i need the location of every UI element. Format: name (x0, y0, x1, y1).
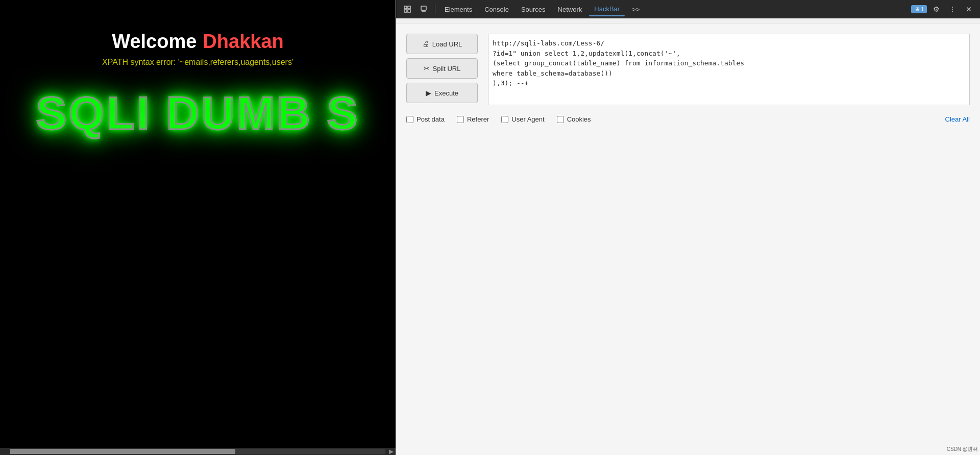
tab-network[interactable]: Network (553, 2, 587, 16)
referer-label: Referer (467, 115, 489, 123)
hackbar-top: 🖨 Load URL ✂ Split URL ▶ Execute (406, 34, 970, 105)
sqli-banner: SQLI DUMB S (36, 87, 359, 140)
username-text: Dhakkan (203, 31, 283, 53)
url-input[interactable] (488, 34, 970, 105)
referer-checkbox[interactable] (457, 116, 464, 123)
tab-elements[interactable]: Elements (439, 2, 477, 16)
scrollbar-track (10, 449, 385, 454)
execute-label: Execute (434, 89, 458, 97)
close-devtools-btn[interactable]: ✕ (962, 2, 976, 16)
cookies-label: Cookies (567, 115, 591, 123)
cookies-checkbox[interactable] (557, 116, 564, 123)
browser-page: Welcome Dhakkan XPATH syntax error: '~em… (0, 0, 396, 455)
post-data-checkbox-item[interactable]: Post data (406, 115, 445, 123)
xpath-error: XPATH syntax error: '~emails,referers,ua… (102, 58, 293, 67)
svg-rect-0 (404, 6, 407, 9)
cookies-checkbox-item[interactable]: Cookies (557, 115, 591, 123)
devtools-toolbar: Elements Console Sources Network HackBar… (396, 0, 980, 18)
user-agent-label: User Agent (511, 115, 544, 123)
tab-hackbar[interactable]: HackBar (589, 2, 625, 16)
svg-rect-3 (408, 10, 410, 12)
split-url-icon: ✂ (424, 64, 430, 73)
referer-checkbox-item[interactable]: Referer (457, 115, 489, 123)
screen-icon: 🖥 (914, 6, 920, 12)
execute-button[interactable]: ▶ Execute (406, 83, 478, 103)
svg-rect-2 (404, 10, 407, 12)
hackbar-buttons: 🖨 Load URL ✂ Split URL ▶ Execute (406, 34, 478, 103)
cursor-icon-btn[interactable] (400, 2, 414, 16)
devtools-stripe (396, 18, 980, 23)
hackbar-checkboxes: Post data Referer User Agent Cookies Cle… (406, 113, 970, 125)
more-tabs-btn[interactable]: >> (627, 2, 645, 16)
tab-console[interactable]: Console (479, 2, 514, 16)
notification-badge-btn[interactable]: 🖥 1 (911, 5, 927, 13)
toolbar-separator-1 (435, 4, 435, 14)
post-data-checkbox[interactable] (406, 116, 413, 123)
page-content: Welcome Dhakkan XPATH syntax error: '~em… (0, 0, 396, 455)
tab-sources[interactable]: Sources (516, 2, 551, 16)
user-agent-checkbox-item[interactable]: User Agent (501, 115, 544, 123)
inspect-mode-btn[interactable] (416, 2, 431, 16)
csdn-watermark: CSDN @进林 (947, 446, 978, 453)
settings-btn[interactable]: ⚙ (929, 2, 943, 16)
load-url-button[interactable]: 🖨 Load URL (406, 34, 478, 54)
more-options-btn[interactable]: ⋮ (945, 2, 960, 16)
svg-rect-1 (408, 6, 410, 9)
scrollbar-thumb[interactable] (10, 449, 235, 454)
hackbar-content: 🖨 Load URL ✂ Split URL ▶ Execute Post da… (396, 23, 980, 455)
svg-rect-4 (421, 6, 426, 10)
execute-icon: ▶ (426, 89, 431, 97)
badge-count: 1 (921, 6, 924, 12)
devtools-panel: Elements Console Sources Network HackBar… (396, 0, 980, 455)
split-url-button[interactable]: ✂ Split URL (406, 58, 478, 79)
gear-icon: ⚙ (933, 5, 940, 13)
ellipsis-icon: ⋮ (949, 5, 956, 13)
post-data-label: Post data (416, 115, 445, 123)
close-icon: ✕ (966, 5, 972, 13)
load-url-label: Load URL (432, 40, 462, 48)
user-agent-checkbox[interactable] (501, 116, 508, 123)
load-url-icon: 🖨 (422, 40, 429, 48)
scroll-arrow-right-icon[interactable]: ▶ (389, 448, 394, 455)
clear-all-button[interactable]: Clear All (945, 115, 970, 123)
welcome-line: Welcome Dhakkan (112, 31, 284, 53)
welcome-text: Welcome (112, 31, 197, 53)
scrollbar-container[interactable]: ▶ (0, 448, 396, 455)
split-url-label: Split URL (433, 65, 461, 73)
toolbar-right: 🖥 1 ⚙ ⋮ ✕ (911, 2, 976, 16)
